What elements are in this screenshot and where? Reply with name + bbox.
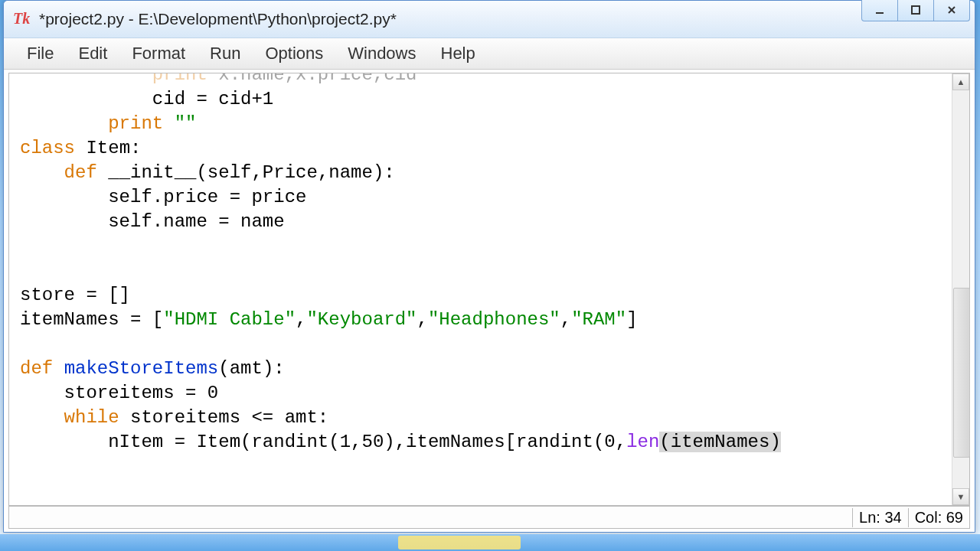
menu-options[interactable]: Options bbox=[253, 41, 335, 67]
vertical-scrollbar[interactable]: ▲ ▼ bbox=[952, 73, 969, 505]
menu-edit[interactable]: Edit bbox=[66, 41, 119, 67]
idle-window: Tk *project2.py - E:\Development\Python\… bbox=[3, 0, 975, 533]
menu-format[interactable]: Format bbox=[119, 41, 198, 67]
editor-container: print x.name,x.price,cid cid = cid+1 pri… bbox=[8, 73, 970, 506]
svg-rect-0 bbox=[876, 12, 884, 14]
code-editor[interactable]: print x.name,x.price,cid cid = cid+1 pri… bbox=[9, 73, 952, 505]
scroll-up-arrow[interactable]: ▲ bbox=[952, 73, 969, 90]
svg-rect-1 bbox=[912, 6, 920, 14]
scroll-thumb[interactable] bbox=[953, 288, 970, 458]
status-line: Ln: 34 bbox=[852, 508, 908, 527]
menu-windows[interactable]: Windows bbox=[335, 41, 428, 67]
minimize-button[interactable] bbox=[861, 0, 898, 21]
maximize-button[interactable] bbox=[898, 0, 934, 21]
window-title: *project2.py - E:\Development\Python\pro… bbox=[39, 10, 975, 28]
idle-app-icon: Tk bbox=[13, 10, 31, 28]
close-button[interactable] bbox=[934, 0, 970, 21]
menu-help[interactable]: Help bbox=[429, 41, 488, 67]
status-col: Col: 69 bbox=[908, 508, 969, 527]
scroll-down-arrow[interactable]: ▼ bbox=[952, 488, 969, 505]
status-bar: Ln: 34 Col: 69 bbox=[8, 506, 970, 529]
menu-run[interactable]: Run bbox=[198, 41, 253, 67]
menu-file[interactable]: File bbox=[15, 41, 66, 67]
menu-bar: File Edit Format Run Options Windows Hel… bbox=[4, 38, 975, 70]
taskbar[interactable] bbox=[0, 534, 980, 551]
window-controls bbox=[861, 0, 970, 21]
title-bar[interactable]: Tk *project2.py - E:\Development\Python\… bbox=[4, 1, 975, 38]
